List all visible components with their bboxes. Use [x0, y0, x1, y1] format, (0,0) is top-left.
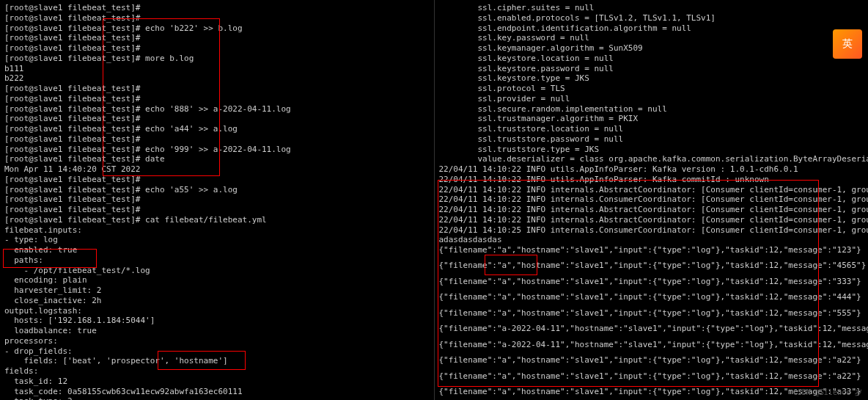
- kafka-log-line: 22/04/11 14:10:22 INFO utils.AppInfoPars…: [439, 164, 864, 175]
- yml-line: fields:: [4, 366, 430, 377]
- json-output-line: {"filename":"a-2022-04-11","hostname":"s…: [439, 340, 864, 350]
- terminal-line: [root@slave1 filebeat_test]# echo 'a44' …: [4, 124, 430, 134]
- yml-line: close_inactive: 2h: [4, 296, 430, 306]
- json-output-line: {"filename":"a","hostname":"slave1","inp…: [439, 308, 864, 319]
- terminal-line: [root@slave1 filebeat_test]# echo '999' …: [4, 145, 430, 155]
- kafka-log-line: 22/04/11 14:10:22 INFO internals.Abstrac…: [439, 205, 864, 215]
- kafka-log-line: ssl.trustmanager.algorithm = PKIX: [439, 114, 864, 124]
- terminal-line: [root@slave1 filebeat_test]#: [4, 33, 430, 43]
- kafka-log-line: ssl.protocol = TLS: [439, 84, 864, 94]
- kafka-log-line: 22/04/11 14:10:22 INFO utils.AppInfoPars…: [439, 175, 864, 185]
- kafka-log-line: ssl.truststore.location = null: [439, 124, 864, 134]
- kafka-log-line: ssl.endpoint.identification.algorithm = …: [439, 23, 864, 34]
- kafka-log-line: 22/04/11 14:10:25 INFO internals.Consume…: [439, 225, 864, 236]
- yml-line: enabled: true: [4, 245, 430, 255]
- terminal-line: [root@slave1 filebeat_test]#: [4, 43, 430, 54]
- yml-line: filebeat.inputs:: [4, 225, 430, 236]
- kafka-log-line: ssl.keymanager.algorithm = SunX509: [439, 43, 864, 54]
- terminal-line: [root@slave1 filebeat_test]# date: [4, 154, 430, 164]
- terminal-line: [root@slave1 filebeat_test]#: [4, 175, 430, 185]
- yml-line: - type: log: [4, 235, 430, 245]
- kafka-log-line: value.deserializer = class org.apache.ka…: [439, 154, 864, 164]
- terminal-line: [root@slave1 filebeat_test]#: [4, 194, 430, 205]
- json-output-line: {"filename":"a","hostname":"slave1","inp…: [439, 261, 864, 271]
- terminal-right[interactable]: ssl.cipher.suites = null ssl.enabled.pro…: [435, 0, 869, 400]
- terminal-line: [root@slave1 filebeat_test]#: [4, 13, 430, 23]
- yml-line: harvester_limit: 2: [4, 286, 430, 296]
- terminal-left[interactable]: [root@slave1 filebeat_test]#[root@slave1…: [0, 0, 435, 400]
- terminal-line: [root@slave1 filebeat_test]#: [4, 205, 430, 215]
- json-output-line: {"filename":"a","hostname":"slave1","inp…: [439, 292, 864, 302]
- adasd-line: adasdasdasdas: [439, 235, 864, 245]
- kafka-log-line: ssl.key.password = null: [439, 33, 864, 43]
- terminal-line: [root@slave1 filebeat_test]# more b.log: [4, 54, 430, 64]
- watermark: CSDN @Silence 岁: [793, 388, 862, 398]
- yml-line: task_code: 0a58155cwb63cw11ecw92abwfa163…: [4, 387, 430, 397]
- yml-line: paths:: [4, 255, 430, 266]
- terminal-line: [root@slave1 filebeat_test]# echo 'a55' …: [4, 185, 430, 195]
- kafka-log-line: ssl.truststore.type = JKS: [439, 145, 864, 155]
- kafka-log-line: ssl.provider = null: [439, 94, 864, 104]
- terminal-line: [root@slave1 filebeat_test]# echo 'b222'…: [4, 23, 430, 34]
- kafka-log-line: ssl.keystore.type = JKS: [439, 73, 864, 84]
- terminal-line: [root@slave1 filebeat_test]#: [4, 94, 430, 104]
- terminal-line: [root@slave1 filebeat_test]# cat filebea…: [4, 215, 430, 225]
- yml-line: fields: ['beat', 'prospector', 'hostname…: [4, 356, 430, 366]
- yml-line: - drop_fields:: [4, 346, 430, 357]
- kafka-log-line: ssl.secure.random.implementation = null: [439, 104, 864, 114]
- terminal-line: [root@slave1 filebeat_test]#: [4, 84, 430, 94]
- yml-line: output.logstash:: [4, 306, 430, 316]
- yml-line: loadbalance: true: [4, 326, 430, 336]
- terminal-line: Mon Apr 11 14:40:20 CST 2022: [4, 164, 430, 175]
- kafka-log-line: 22/04/11 14:10:22 INFO internals.Abstrac…: [439, 185, 864, 195]
- terminal-line: b222: [4, 73, 430, 84]
- kafka-log-line: ssl.truststore.password = null: [439, 134, 864, 145]
- yml-line: processors:: [4, 336, 430, 346]
- kafka-log-line: ssl.keystore.password = null: [439, 64, 864, 74]
- yml-line: hosts: ['192.168.1.184:5044']: [4, 316, 430, 326]
- terminal-line: [root@slave1 filebeat_test]#: [4, 3, 430, 13]
- kafka-log-line: 22/04/11 14:10:22 INFO internals.Abstrac…: [439, 215, 864, 225]
- terminal-line: b111: [4, 64, 430, 74]
- yml-line: - /opt/filebeat_test/*.log: [4, 266, 430, 276]
- terminal-line: [root@slave1 filebeat_test]#: [4, 114, 430, 124]
- yml-line: task_type: 2: [4, 396, 430, 400]
- kafka-log-line: 22/04/11 14:10:22 INFO internals.Consume…: [439, 194, 864, 205]
- yml-line: encoding: plain: [4, 275, 430, 286]
- kafka-log-line: ssl.enabled.protocols = [TLSv1.2, TLSv1.…: [439, 13, 864, 23]
- avatar-icon[interactable]: 英: [833, 29, 862, 59]
- kafka-log-line: ssl.keystore.location = null: [439, 54, 864, 64]
- json-output-line: {"filename":"a","hostname":"slave1","inp…: [439, 245, 864, 255]
- json-output-line: {"filename":"a","hostname":"slave1","inp…: [439, 355, 864, 366]
- terminal-line: [root@slave1 filebeat_test]#: [4, 134, 430, 145]
- json-output-line: {"filename":"a-2022-04-11","hostname":"s…: [439, 324, 864, 334]
- json-output-line: {"filename":"a","hostname":"slave1","inp…: [439, 277, 864, 287]
- yml-line: task_id: 12: [4, 377, 430, 387]
- json-output-line: {"filename":"a","hostname":"slave1","inp…: [439, 371, 864, 382]
- terminal-line: [root@slave1 filebeat_test]# echo '888' …: [4, 104, 430, 114]
- kafka-log-line: ssl.cipher.suites = null: [439, 3, 864, 13]
